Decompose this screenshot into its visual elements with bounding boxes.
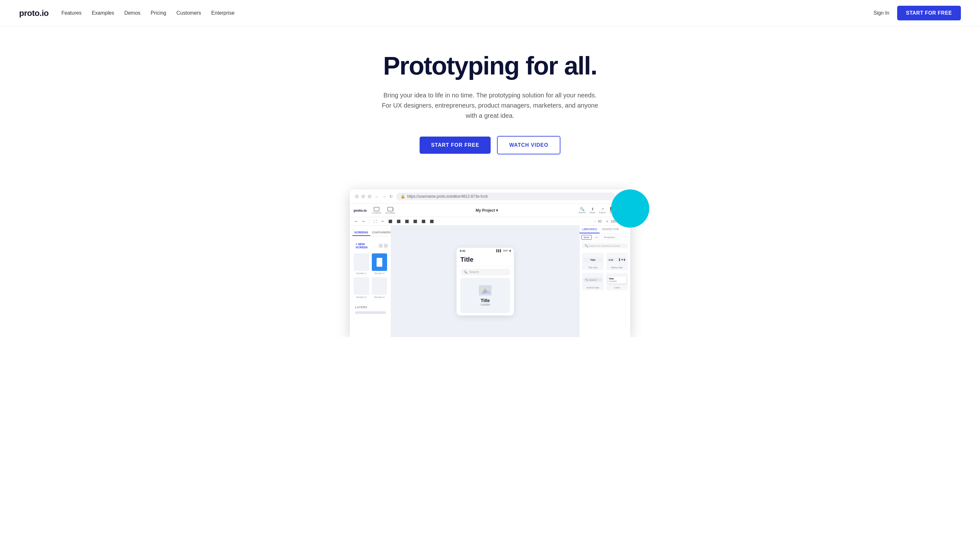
nav-links: Features Examples Demos Pricing Customer… — [61, 10, 234, 16]
screen-label-3: Screen 3 — [354, 296, 369, 299]
browser-url-text: https://username.proto.io/editor/4812-87… — [407, 194, 488, 198]
new-screen-button[interactable]: + NEW SCREEN — [353, 241, 379, 251]
screen-thumb-1[interactable]: Screen 1 — [354, 253, 369, 275]
screen-thumb-4[interactable]: Screen 4 — [372, 277, 387, 299]
screen-label-4: Screen 4 — [372, 296, 387, 299]
search-tool-btn[interactable]: 🔍 Search — [579, 207, 585, 213]
nav-link-demos[interactable]: Demos — [124, 10, 141, 16]
phone-signal-icons: ▌▌▌ WiFi ▮ — [496, 249, 511, 252]
hero-title: Prototyping for all. — [359, 52, 621, 80]
panel-search-box[interactable]: 🔍 Search UI Libraries & Icons — [582, 243, 628, 248]
zoom-value-display: 60 — [598, 220, 602, 223]
start-free-button-hero[interactable]: START FOR FREE — [420, 137, 491, 154]
browser-url-bar[interactable]: 🔒 https://username.proto.io/editor/4812-… — [396, 193, 615, 200]
start-free-button-nav[interactable]: START FOR FREE — [897, 6, 961, 20]
distribute-h-btn[interactable]: ⬛ — [412, 219, 418, 224]
phone-search-icon: 🔍 — [464, 270, 468, 274]
distribute-v-btn[interactable]: ⬛ — [420, 219, 426, 224]
lib-item-card[interactable]: Title Subtitle Card — [606, 273, 628, 290]
panel-tab-libraries[interactable]: LIBRARIES — [580, 226, 600, 233]
phone-card-subtitle: Subtitle — [481, 303, 490, 306]
lib-search-bar-preview: 🔍 Search — [583, 274, 602, 286]
mountain-icon — [479, 285, 492, 295]
battery-icon: ▮ — [509, 249, 511, 252]
app-interior: SCREENS CONTAINERS + NEW SCREEN Scre — [350, 226, 630, 337]
toolbar-center: My Project ▾ — [398, 208, 576, 213]
wifi-icon: WiFi — [503, 249, 508, 252]
share-icon: ⬆ — [591, 207, 594, 212]
phone-title-bar: Title — [456, 254, 514, 266]
templates-filter-tab[interactable]: Templates — [601, 235, 617, 240]
sign-in-link[interactable]: Sign In — [874, 10, 889, 16]
nav-link-enterprise[interactable]: Enterprise — [211, 10, 234, 16]
lib-item-status-bar[interactable]: 9:22 ▌ ≋ ▮ Status Bar — [606, 253, 628, 270]
sidebar-screens-grid: Screen 1 Screen 2 — [352, 252, 388, 300]
select-tool-btn[interactable]: ⛶ — [372, 219, 378, 224]
browser-controls — [355, 195, 371, 198]
nav-link-customers[interactable]: Customers — [176, 10, 201, 16]
signal-icon: ▌▌▌ — [496, 249, 502, 252]
app-logo-in-toolbar: proto.io — [354, 208, 367, 212]
nav-link-features[interactable]: Features — [61, 10, 81, 16]
screen-thumb-3[interactable]: Screen 3 — [354, 277, 369, 299]
lib-item-title-bar[interactable]: Title Title Bar — [582, 253, 604, 270]
scrollable-tool-btn[interactable]: Scrollable — [385, 207, 395, 214]
browser-refresh-icon[interactable]: ↻ — [389, 194, 393, 199]
app-sidebar: SCREENS CONTAINERS + NEW SCREEN Scre — [350, 226, 391, 337]
panel-library-items: Title Title Bar 9:22 ▌ ≋ ▮ — [580, 250, 630, 293]
hero-buttons: START FOR FREE WATCH VIDEO — [359, 136, 621, 154]
align-left-btn[interactable]: ⬛ — [387, 219, 393, 224]
nav-link-examples[interactable]: Examples — [92, 10, 114, 16]
lib-title-bar-preview: Title — [583, 254, 602, 266]
phone-card-image — [479, 284, 492, 296]
logo[interactable]: proto.io — [19, 8, 49, 18]
undo-btn[interactable]: ↩ — [354, 219, 359, 224]
browser-maximize-btn[interactable] — [368, 195, 371, 198]
nav-link-pricing[interactable]: Pricing — [151, 10, 166, 16]
align-right-btn[interactable]: ⬛ — [404, 219, 410, 224]
navbar-right: Sign In START FOR FREE — [874, 6, 961, 20]
app-right-panel: LIBRARIES INSPECTOR Base UI Templates 🔍 … — [579, 226, 630, 337]
phone-search-placeholder: Search — [469, 270, 479, 274]
align-center-btn[interactable]: ⬛ — [395, 219, 402, 224]
lib-status-bar-preview: 9:22 ▌ ≋ ▮ — [608, 254, 627, 266]
phone-time: 9:41 — [460, 249, 466, 253]
share-tool-btn[interactable]: ⬆ Share — [589, 207, 595, 213]
canvas-toolbar: ↩ ↪ ⛶ ✂ ⬛ ⬛ ⬛ ⬛ ⬛ ⬛ ○ 60 ✕ 100% ⛶ — [350, 217, 630, 226]
list-view-icon[interactable] — [384, 244, 388, 248]
screen-thumb-2[interactable]: Screen 2 — [372, 253, 387, 275]
browser-minimize-btn[interactable] — [361, 195, 365, 198]
lib-card-label: Card — [614, 286, 620, 289]
browser-back-icon[interactable]: ← — [375, 194, 379, 199]
base-filter-tab[interactable]: Base — [582, 235, 592, 240]
browser-close-btn[interactable] — [355, 195, 359, 198]
url-lock-icon: 🔒 — [400, 194, 405, 198]
crop-tool-btn[interactable]: ✂ — [380, 219, 385, 224]
ui-filter-tab[interactable]: UI — [593, 235, 600, 240]
browser-bar: ← → ↻ 🔒 https://username.proto.io/editor… — [350, 189, 630, 204]
browser-forward-icon[interactable]: → — [382, 194, 386, 199]
app-canvas[interactable]: 9:41 ▌▌▌ WiFi ▮ Title 🔍 Search — [391, 226, 579, 337]
lib-status-bar-label: Status Bar — [611, 266, 623, 269]
panel-tab-inspector[interactable]: INSPECTOR — [600, 226, 621, 233]
arrange-btn[interactable]: ⬛ — [428, 219, 435, 224]
phone-status-bar: 9:41 ▌▌▌ WiFi ▮ — [456, 248, 514, 254]
hero-subtitle: Bring your idea to life in no time. The … — [378, 90, 602, 121]
export-tool-btn[interactable]: ↗ Export — [599, 207, 606, 213]
lib-item-search-bar[interactable]: 🔍 Search Search Bar — [582, 273, 604, 290]
screen-label-1: Screen 1 — [354, 272, 369, 275]
phone-card-title: Title — [481, 298, 490, 303]
view-toggle-icon[interactable] — [379, 244, 383, 248]
redo-btn[interactable]: ↪ — [361, 219, 366, 224]
app-screenshot-wrapper: ← → ↻ 🔒 https://username.proto.io/editor… — [337, 189, 643, 337]
cyan-circle-decoration — [611, 189, 649, 228]
screen-preview-4 — [372, 277, 387, 295]
sidebar-tab-screens[interactable]: SCREENS — [352, 230, 370, 236]
screen-preview-3 — [354, 277, 369, 295]
container-tool-btn[interactable]: Container — [372, 207, 381, 214]
sidebar-tab-containers[interactable]: CONTAINERS — [370, 230, 393, 236]
watch-video-button[interactable]: WATCH VIDEO — [497, 136, 560, 154]
lib-search-bar-label: Search Bar — [587, 286, 599, 289]
search-icon: 🔍 — [580, 207, 585, 212]
project-name[interactable]: My Project ▾ — [476, 208, 498, 213]
